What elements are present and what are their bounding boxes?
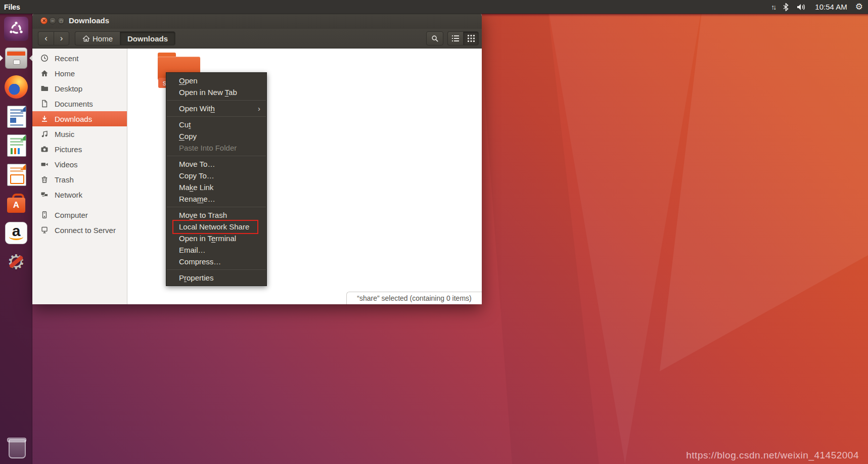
menu-item-label: Make Link — [179, 183, 213, 192]
menu-item-open-in-terminal[interactable]: Open in Terminal — [166, 233, 266, 244]
sidebar-item-music[interactable]: Music — [32, 126, 127, 142]
videos-icon — [40, 160, 49, 168]
launcher-libreoffice-calc[interactable] — [4, 133, 28, 157]
menu-item-label: Copy — [179, 132, 197, 141]
path-bar: Home Downloads — [75, 31, 175, 45]
menu-item-email[interactable]: Email… — [166, 244, 266, 256]
close-button[interactable]: ✕ — [40, 17, 48, 24]
sidebar-item-label: Documents — [55, 100, 93, 108]
sidebar-item-label: Connect to Server — [55, 226, 116, 235]
recent-icon — [40, 54, 49, 62]
app-menu-name[interactable]: Files — [4, 3, 20, 11]
menu-item-label: Move to Trash — [179, 211, 227, 219]
session-gear-icon[interactable]: ⚙ — [855, 2, 863, 12]
server-icon — [40, 226, 49, 234]
launcher-files[interactable] — [4, 46, 28, 70]
menu-item-move-to[interactable]: Move To… — [166, 158, 266, 170]
menu-item-label: Cut — [179, 120, 191, 129]
watermark: https://blog.csdn.net/weixin_41452004 — [686, 450, 859, 461]
launcher-ubuntu-software[interactable]: A — [4, 192, 28, 216]
sidebar-item-label: Desktop — [55, 84, 82, 93]
sidebar-item-connect-to-server[interactable]: Connect to Server — [32, 222, 127, 238]
network-arrows-icon[interactable]: ↑↓ — [771, 3, 775, 11]
maximize-button[interactable]: ▢ — [58, 17, 65, 24]
view-toggle-group — [447, 31, 479, 45]
documents-icon — [40, 100, 49, 108]
downloads-icon — [40, 115, 49, 123]
trash-icon — [40, 175, 49, 183]
status-bar: “share” selected (containing 0 items) — [346, 292, 482, 304]
launcher-libreoffice-writer[interactable] — [4, 104, 28, 128]
launcher-amazon[interactable]: a — [4, 221, 28, 245]
desktop-icon — [40, 84, 49, 92]
launcher-ubuntu-dash[interactable] — [4, 17, 28, 41]
menu-separator — [167, 207, 266, 207]
sidebar-item-home[interactable]: Home — [32, 66, 127, 81]
sidebar-item-label: Home — [55, 69, 75, 78]
titlebar[interactable]: ✕ – ▢ Downloads — [32, 12, 482, 29]
launcher-firefox[interactable] — [4, 75, 28, 99]
toolbar: ‹ › Home Downloads — [32, 29, 482, 49]
path-current-button[interactable]: Downloads — [120, 31, 175, 45]
menu-item-move-to-trash[interactable]: Move to Trash — [166, 209, 266, 221]
system-tray: ↑↓ 10:54 AM ⚙ — [771, 2, 863, 12]
menu-item-label: Paste Into Folder — [179, 144, 237, 152]
menu-item-open-with[interactable]: Open With› — [166, 103, 266, 114]
sidebar-item-label: Trash — [55, 175, 74, 184]
menu-item-label: Open in Terminal — [179, 234, 236, 243]
sidebar-item-documents[interactable]: Documents — [32, 96, 127, 111]
sidebar-item-recent[interactable]: Recent — [32, 51, 127, 66]
top-panel: Files ↑↓ 10:54 AM ⚙ — [0, 0, 868, 14]
menu-item-cut[interactable]: Cut — [166, 119, 266, 130]
clock[interactable]: 10:54 AM — [815, 3, 847, 11]
menu-item-compress[interactable]: Compress… — [166, 256, 266, 267]
minimize-button[interactable]: – — [49, 17, 56, 24]
path-current-label: Downloads — [127, 34, 168, 43]
menu-item-open[interactable]: Open — [166, 75, 266, 86]
list-view-icon — [452, 35, 459, 41]
grid-view-icon — [468, 35, 475, 42]
sidebar-item-label: Videos — [55, 160, 78, 169]
sidebar-item-computer[interactable]: Computer — [32, 207, 127, 222]
sidebar-item-downloads[interactable]: Downloads — [32, 111, 127, 126]
sidebar-item-desktop[interactable]: Desktop — [32, 81, 127, 96]
bluetooth-icon[interactable] — [783, 3, 789, 11]
search-button[interactable] — [426, 31, 443, 45]
launcher-libreoffice-impress[interactable] — [4, 162, 28, 187]
menu-separator — [167, 156, 266, 156]
sidebar-item-videos[interactable]: Videos — [32, 157, 127, 172]
active-arrow-right — [29, 55, 32, 61]
menu-item-make-link[interactable]: Make Link — [166, 181, 266, 193]
list-view-button[interactable] — [447, 31, 463, 45]
search-icon — [431, 35, 439, 42]
menu-item-label: Open in New Tab — [179, 88, 237, 97]
launcher-system-settings[interactable]: ⚙ — [4, 250, 28, 274]
sidebar-item-pictures[interactable]: Pictures — [32, 142, 127, 157]
home-icon — [40, 69, 49, 77]
forward-button[interactable]: › — [54, 31, 69, 45]
sidebar-item-label: Network — [55, 191, 82, 199]
path-home-button[interactable]: Home — [75, 31, 120, 45]
menu-item-paste-into-folder: Paste Into Folder — [166, 142, 266, 154]
menu-item-copy[interactable]: Copy — [166, 130, 266, 142]
path-home-label: Home — [93, 34, 113, 43]
computer-icon — [40, 211, 49, 219]
menu-item-open-in-new-tab[interactable]: Open in New Tab — [166, 86, 266, 98]
grid-view-button[interactable] — [463, 31, 479, 45]
menu-item-local-network-share[interactable]: Local Network Share — [166, 221, 266, 233]
sidebar-devices-section: ComputerConnect to Server — [32, 207, 127, 238]
launcher-trash[interactable] — [4, 436, 28, 460]
menu-item-copy-to[interactable]: Copy To… — [166, 170, 266, 181]
submenu-arrow-icon: › — [258, 103, 260, 114]
menu-item-properties[interactable]: Properties — [166, 272, 266, 284]
music-icon — [40, 130, 49, 138]
back-button[interactable]: ‹ — [38, 31, 54, 45]
sidebar-item-trash[interactable]: Trash — [32, 172, 127, 187]
volume-icon[interactable] — [797, 3, 807, 11]
active-arrow-left — [0, 55, 3, 61]
sidebar-item-network[interactable]: Network — [32, 187, 127, 202]
sidebar-item-label: Downloads — [55, 115, 92, 123]
menu-item-rename[interactable]: Rename… — [166, 193, 266, 205]
unity-launcher: Aa⚙ — [0, 14, 32, 464]
home-icon — [82, 35, 90, 42]
